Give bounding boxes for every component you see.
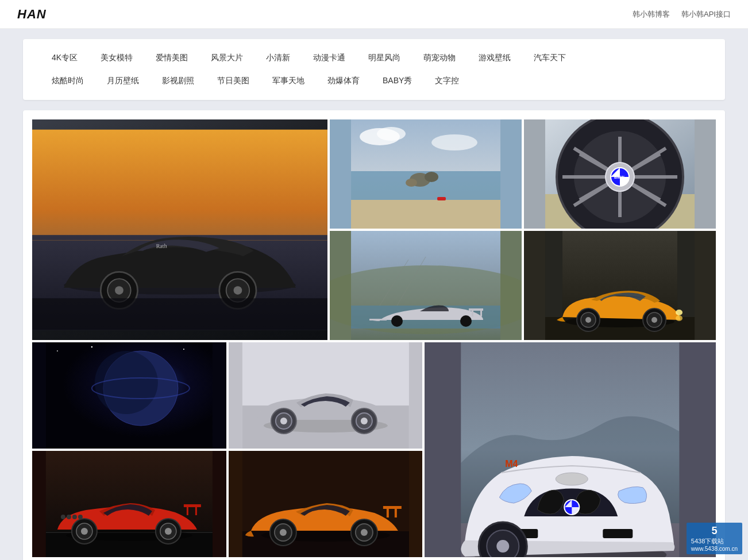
- svg-rect-42: [480, 311, 482, 316]
- svg-point-61: [91, 346, 92, 347]
- watermark: 5 5438下载站 www.5438.com.cn: [687, 523, 742, 554]
- svg-point-103: [361, 529, 368, 536]
- svg-point-17: [406, 179, 417, 187]
- svg-point-44: [391, 315, 403, 327]
- svg-text:BMW: BMW: [614, 175, 624, 179]
- svg-rect-18: [437, 197, 446, 200]
- svg-rect-70: [184, 504, 201, 507]
- svg-point-9: [234, 286, 242, 295]
- gallery-row-1: Rath: [32, 119, 716, 340]
- svg-point-91: [361, 418, 368, 424]
- nav-baby[interactable]: BABY秀: [371, 72, 423, 90]
- site-logo[interactable]: HAN: [17, 7, 47, 22]
- svg-rect-96: [387, 509, 389, 517]
- gallery-item-beach[interactable]: [330, 119, 522, 229]
- nav-military[interactable]: 军事天地: [261, 72, 316, 90]
- svg-rect-97: [395, 509, 397, 517]
- watermark-number: 5: [691, 525, 738, 537]
- svg-point-45: [460, 315, 472, 327]
- svg-point-81: [72, 515, 77, 519]
- svg-rect-43: [369, 319, 387, 320]
- nav-row-1: 4K专区 美女模特 爱情美图 风景大片 小清新 动漫卡通 明星风尚 萌宠动物 游…: [40, 49, 708, 67]
- nav-pets[interactable]: 萌宠动物: [412, 49, 467, 67]
- watermark-name: 5438下载站: [691, 537, 738, 546]
- svg-point-79: [61, 515, 65, 519]
- svg-point-75: [81, 528, 88, 535]
- watermark-url: www.5438.com.cn: [691, 546, 738, 552]
- svg-rect-95: [383, 506, 402, 509]
- svg-point-110: [556, 473, 588, 485]
- svg-point-16: [425, 172, 438, 182]
- svg-point-116: [497, 540, 510, 553]
- nav-celeb[interactable]: 明星风尚: [357, 49, 412, 67]
- gallery-item-formula[interactable]: [330, 231, 522, 340]
- svg-point-82: [78, 515, 83, 519]
- svg-rect-71: [187, 507, 188, 515]
- svg-point-60: [57, 350, 58, 352]
- nav-calendar[interactable]: 月历壁纸: [95, 72, 151, 90]
- gallery-item-wheel[interactable]: BMW: [524, 119, 716, 229]
- svg-point-80: [67, 515, 71, 519]
- header-nav: 韩小韩博客 韩小韩API接口: [633, 9, 731, 20]
- svg-point-62: [183, 349, 184, 350]
- nav-movies[interactable]: 影视剧照: [151, 72, 206, 90]
- svg-rect-40: [469, 308, 483, 311]
- gallery-item-orange-race[interactable]: [229, 451, 423, 557]
- svg-rect-14: [351, 200, 500, 229]
- svg-text:Rath: Rath: [156, 242, 167, 249]
- nav-games[interactable]: 游戏壁纸: [467, 49, 522, 67]
- svg-point-57: [676, 310, 683, 315]
- nav-row-2: 炫酷时尚 月历壁纸 影视剧照 节日美图 军事天地 劲爆体育 BABY秀 文字控: [40, 72, 708, 90]
- gallery-item-black-car[interactable]: Rath: [32, 119, 327, 340]
- nav-fresh[interactable]: 小清新: [255, 49, 302, 67]
- gallery-item-white-bmw-main[interactable]: M4: [425, 342, 716, 557]
- gallery-item-red-audi[interactable]: [32, 451, 226, 557]
- svg-point-56: [651, 317, 657, 323]
- svg-text:M4: M4: [506, 459, 518, 469]
- site-header: HAN 韩小韩博客 韩小韩API接口: [0, 0, 748, 29]
- svg-point-21: [431, 134, 477, 150]
- svg-point-100: [280, 529, 287, 536]
- svg-rect-10: [32, 298, 327, 330]
- nav-text[interactable]: 文字控: [423, 72, 471, 90]
- svg-rect-72: [195, 507, 197, 515]
- svg-point-20: [377, 127, 406, 141]
- svg-rect-112: [603, 529, 633, 538]
- svg-point-58: [676, 315, 683, 321]
- nav-holiday[interactable]: 节日美图: [206, 72, 261, 90]
- svg-point-6: [115, 286, 124, 295]
- nav-fashion[interactable]: 炫酷时尚: [40, 72, 95, 90]
- gallery-item-space[interactable]: [32, 342, 226, 449]
- blog-link[interactable]: 韩小韩博客: [633, 9, 670, 20]
- gallery-item-yellow-mustang[interactable]: [524, 231, 716, 340]
- nav-4k[interactable]: 4K专区: [40, 49, 89, 67]
- nav-sports[interactable]: 劲爆体育: [316, 72, 371, 90]
- svg-point-64: [95, 351, 158, 414]
- api-link[interactable]: 韩小韩API接口: [681, 9, 731, 20]
- svg-point-88: [280, 418, 287, 424]
- nav-cars[interactable]: 汽车天下: [522, 49, 577, 67]
- gallery-row-2: M4: [32, 342, 716, 557]
- nav-scenery[interactable]: 风景大片: [199, 49, 255, 67]
- nav-anime[interactable]: 动漫卡通: [302, 49, 357, 67]
- gallery-item-silver-pagani[interactable]: [229, 342, 423, 449]
- svg-rect-41: [472, 311, 473, 316]
- nav-love[interactable]: 爱情美图: [144, 49, 199, 67]
- svg-point-78: [165, 528, 172, 535]
- svg-point-53: [585, 317, 591, 323]
- category-nav: 4K专区 美女模特 爱情美图 风景大片 小清新 动漫卡通 明星风尚 萌宠动物 游…: [23, 39, 725, 100]
- gallery-section: Rath: [23, 110, 725, 560]
- nav-beauty[interactable]: 美女模特: [89, 49, 144, 67]
